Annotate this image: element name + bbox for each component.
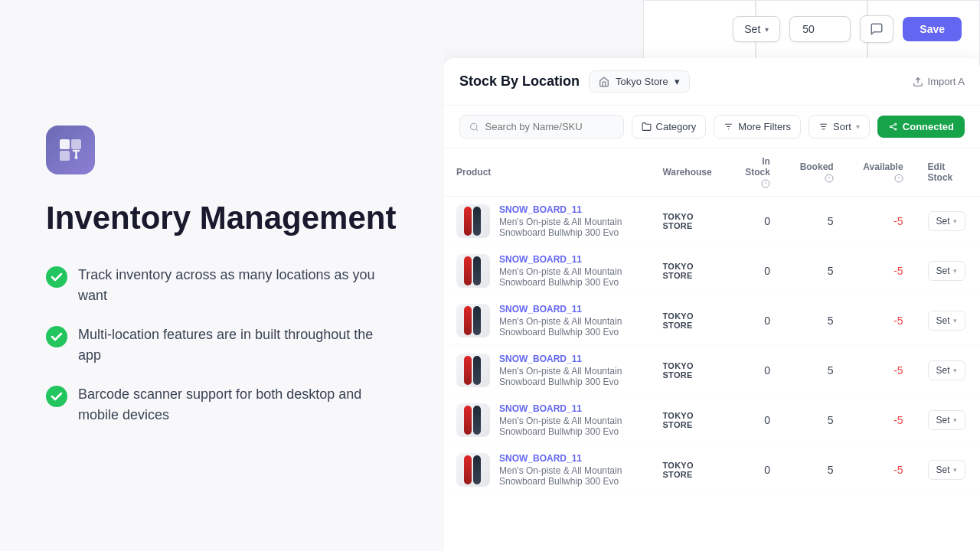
set-action-label-5: Set bbox=[936, 465, 950, 475]
product-image-3 bbox=[456, 354, 490, 387]
warehouse-cell-0: TOKYOSTORE bbox=[650, 197, 724, 246]
booked-cell-2: 5 bbox=[782, 296, 846, 346]
comment-button[interactable] bbox=[860, 15, 893, 43]
category-icon bbox=[642, 122, 652, 132]
booked-cell-0: 5 bbox=[782, 197, 846, 246]
set-action-button-5[interactable]: Set ▾ bbox=[928, 460, 965, 480]
product-cell-5: SNOW_BOARD_11 Men's On-piste & All Mount… bbox=[444, 445, 650, 495]
col-available: Available bbox=[846, 148, 916, 197]
product-name-1: Men's On-piste & All Mountain Snowboard … bbox=[499, 266, 638, 288]
feature-item-3: Barcode scanner support for both desktop… bbox=[46, 384, 398, 425]
set-action-chevron-icon-4: ▾ bbox=[953, 416, 957, 424]
connected-button[interactable]: Connected bbox=[877, 116, 965, 138]
connected-label: Connected bbox=[903, 121, 954, 132]
search-box[interactable] bbox=[459, 115, 624, 139]
product-name-3: Men's On-piste & All Mountain Snowboard … bbox=[499, 366, 638, 387]
sort-chevron-icon: ▾ bbox=[856, 122, 860, 131]
product-sku-1[interactable]: SNOW_BOARD_11 bbox=[499, 254, 638, 265]
set-action-chevron-icon-2: ▾ bbox=[953, 317, 957, 324]
set-action-label-2: Set bbox=[936, 315, 950, 326]
product-sku-3[interactable]: SNOW_BOARD_11 bbox=[499, 354, 638, 364]
comment-icon bbox=[870, 22, 884, 36]
product-sku-2[interactable]: SNOW_BOARD_11 bbox=[499, 304, 638, 315]
edit-stock-cell-2: Set ▾ bbox=[916, 296, 980, 346]
content-title: Stock By Location bbox=[459, 73, 580, 90]
feature-item-2: Multi-location features are in built thr… bbox=[46, 324, 398, 366]
product-info-0: SNOW_BOARD_11 Men's On-piste & All Mount… bbox=[499, 204, 638, 238]
set-action-button-1[interactable]: Set ▾ bbox=[928, 261, 965, 281]
category-filter-button[interactable]: Category bbox=[632, 115, 707, 139]
set-action-button-0[interactable]: Set ▾ bbox=[928, 211, 965, 231]
logo-icon bbox=[57, 136, 84, 164]
chevron-down-icon: ▾ bbox=[765, 25, 769, 34]
set-action-button-3[interactable]: Set ▾ bbox=[928, 360, 965, 380]
main-content: Stock By Location Tokyo Store ▾ Import A bbox=[444, 58, 980, 551]
available-cell-1: -5 bbox=[846, 246, 916, 296]
product-name-5: Men's On-piste & All Mountain Snowboard … bbox=[499, 465, 638, 487]
col-product: Product bbox=[444, 148, 650, 197]
product-image-4 bbox=[456, 403, 490, 437]
product-name-4: Men's On-piste & All Mountain Snowboard … bbox=[499, 416, 638, 437]
location-name: Tokyo Store bbox=[616, 76, 668, 87]
feature-list: Track inventory across as many locations… bbox=[46, 265, 398, 425]
filters-bar: Category More Filters Sort ▾ bbox=[444, 106, 980, 148]
svg-point-14 bbox=[894, 123, 896, 125]
product-info-5: SNOW_BOARD_11 Men's On-piste & All Mount… bbox=[499, 453, 638, 487]
product-name-2: Men's On-piste & All Mountain Snowboard … bbox=[499, 316, 638, 337]
in-stock-cell-1: 0 bbox=[724, 246, 782, 296]
more-filters-button[interactable]: More Filters bbox=[714, 115, 801, 139]
location-chevron-icon: ▾ bbox=[675, 76, 680, 87]
info-icon bbox=[761, 179, 770, 188]
set-dropdown[interactable]: Set ▾ bbox=[733, 16, 780, 42]
available-cell-3: -5 bbox=[846, 346, 916, 396]
set-action-button-2[interactable]: Set ▾ bbox=[928, 311, 965, 331]
import-label: Import A bbox=[928, 76, 965, 87]
product-sku-5[interactable]: SNOW_BOARD_11 bbox=[499, 453, 638, 464]
search-icon bbox=[469, 122, 479, 132]
product-name-0: Men's On-piste & All Mountain Snowboard … bbox=[499, 217, 638, 238]
feature-text-1: Track inventory across as many locations… bbox=[78, 265, 398, 306]
import-button[interactable]: Import A bbox=[913, 76, 965, 87]
info-icon-3 bbox=[894, 174, 903, 183]
warehouse-cell-5: TOKYOSTORE bbox=[650, 445, 724, 495]
quantity-input[interactable] bbox=[789, 16, 851, 42]
product-info-4: SNOW_BOARD_11 Men's On-piste & All Mount… bbox=[499, 403, 638, 437]
col-booked: Booked bbox=[782, 148, 846, 197]
feature-text-3: Barcode scanner support for both desktop… bbox=[78, 384, 398, 425]
product-sku-0[interactable]: SNOW_BOARD_11 bbox=[499, 204, 638, 215]
set-label: Set bbox=[744, 23, 760, 35]
svg-point-3 bbox=[75, 156, 78, 159]
svg-rect-0 bbox=[60, 139, 70, 149]
in-stock-cell-2: 0 bbox=[724, 296, 782, 346]
product-sku-4[interactable]: SNOW_BOARD_11 bbox=[499, 403, 638, 414]
available-cell-0: -5 bbox=[846, 197, 916, 246]
svg-point-13 bbox=[890, 126, 891, 127]
in-stock-cell-0: 0 bbox=[724, 197, 782, 246]
col-warehouse: Warehouse bbox=[650, 148, 724, 197]
sort-button[interactable]: Sort ▾ bbox=[808, 115, 870, 139]
svg-point-5 bbox=[471, 123, 477, 129]
set-action-button-4[interactable]: Set ▾ bbox=[928, 410, 965, 430]
set-action-chevron-icon-0: ▾ bbox=[953, 217, 957, 225]
edit-stock-cell-0: Set ▾ bbox=[916, 197, 980, 246]
connected-icon bbox=[888, 122, 898, 132]
feature-text-2: Multi-location features are in built thr… bbox=[78, 324, 398, 366]
set-action-chevron-icon-5: ▾ bbox=[953, 466, 957, 474]
available-cell-4: -5 bbox=[846, 396, 916, 445]
search-input[interactable] bbox=[485, 121, 613, 132]
col-in-stock: In Stock bbox=[724, 148, 782, 197]
table-row: SNOW_BOARD_11 Men's On-piste & All Mount… bbox=[444, 296, 980, 346]
warehouse-cell-4: TOKYOSTORE bbox=[650, 396, 724, 445]
product-cell-0: SNOW_BOARD_11 Men's On-piste & All Mount… bbox=[444, 197, 650, 246]
right-panel: Set ▾ Save Stock By Location Tokyo Store bbox=[444, 0, 980, 551]
set-action-chevron-icon-3: ▾ bbox=[953, 367, 957, 374]
booked-cell-1: 5 bbox=[782, 246, 846, 296]
product-cell-4: SNOW_BOARD_11 Men's On-piste & All Mount… bbox=[444, 396, 650, 445]
location-selector[interactable]: Tokyo Store ▾ bbox=[589, 70, 690, 93]
table-row: SNOW_BOARD_11 Men's On-piste & All Mount… bbox=[444, 445, 980, 495]
save-button[interactable]: Save bbox=[903, 17, 962, 41]
inventory-table: Product Warehouse In Stock Booked bbox=[444, 148, 980, 495]
product-image-2 bbox=[456, 304, 490, 337]
warehouse-cell-3: TOKYOSTORE bbox=[650, 346, 724, 396]
set-action-label-1: Set bbox=[936, 266, 950, 276]
